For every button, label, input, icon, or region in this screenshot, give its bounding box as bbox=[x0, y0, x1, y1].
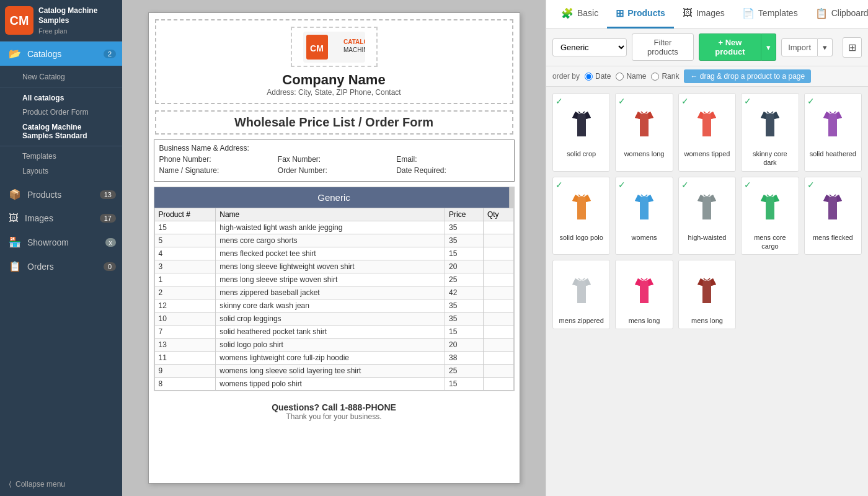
product-card[interactable]: ✓ solid crop bbox=[552, 93, 610, 172]
table-header-row: Product # Name Price Qty bbox=[154, 208, 513, 221]
row-price: 35 bbox=[445, 221, 484, 234]
orderby-date-label[interactable]: Date bbox=[595, 72, 611, 81]
product-check: ✓ bbox=[618, 180, 626, 190]
new-product-button[interactable]: + New product bbox=[699, 33, 761, 61]
orderby-rank-label[interactable]: Rank bbox=[662, 72, 679, 81]
new-product-dropdown[interactable]: ▾ bbox=[761, 33, 776, 61]
row-num: 13 bbox=[154, 339, 216, 352]
product-card[interactable]: ✓ mens flecked bbox=[804, 177, 862, 255]
sidebar-item-images[interactable]: 🖼 Images 17 bbox=[0, 206, 122, 230]
table-row: 2 mens zippered baseball jacket 42 bbox=[154, 286, 513, 299]
row-price: 20 bbox=[445, 339, 484, 352]
product-card[interactable]: ✓ womens long bbox=[615, 93, 673, 172]
app-logo-icon: CM bbox=[5, 6, 33, 35]
product-name: womens tipped bbox=[683, 149, 732, 158]
product-check: ✓ bbox=[744, 96, 751, 106]
fax-field: Fax Number: bbox=[278, 155, 390, 164]
orderby-date-radio[interactable] bbox=[585, 73, 593, 81]
catalog-view[interactable]: CM CATALOG MACHINE Company Name Address:… bbox=[122, 0, 546, 496]
row-price: 25 bbox=[445, 273, 484, 286]
row-num: 12 bbox=[154, 299, 216, 312]
product-card[interactable]: ✓ womens bbox=[615, 177, 673, 255]
catalog-table-section: Generic Product # Name Price Qty bbox=[154, 187, 515, 391]
product-card[interactable]: mens long bbox=[678, 260, 736, 329]
row-num: 10 bbox=[154, 312, 216, 326]
product-name: mens long bbox=[619, 316, 668, 325]
catalogs-sub-section: New Catalog All catalogs Product Order F… bbox=[0, 66, 122, 182]
scrollbar[interactable] bbox=[509, 187, 514, 208]
filter-select[interactable]: Generic bbox=[552, 38, 627, 56]
row-qty bbox=[483, 260, 513, 273]
orderby-row: order by Date Name Rank ← drag & drop a … bbox=[546, 66, 868, 87]
products-grid: ✓ solid crop ✓ bbox=[546, 87, 868, 496]
product-card[interactable]: mens zippered bbox=[552, 260, 610, 329]
tab-products[interactable]: ⊞ Products bbox=[607, 0, 674, 29]
product-thumbnail bbox=[808, 181, 857, 231]
sidebar-item-products[interactable]: 📦 Products 13 bbox=[0, 182, 122, 206]
showroom-icon: 🏪 bbox=[9, 236, 21, 248]
product-card[interactable]: ✓ womens tipped bbox=[678, 93, 736, 172]
images-badge: 17 bbox=[100, 214, 116, 223]
tab-clipboard[interactable]: 📋 Clipboard bbox=[807, 0, 868, 29]
row-name: solid logo polo shirt bbox=[216, 339, 445, 352]
new-catalog-link[interactable]: New Catalog bbox=[0, 69, 122, 84]
row-name: mens long sleeve stripe woven shirt bbox=[216, 273, 445, 286]
catalog-link-samples-standard[interactable]: Catalog Machine Samples Standard bbox=[0, 120, 122, 143]
company-address: Address: City, State, ZIP Phone, Contact bbox=[162, 88, 506, 97]
product-name: womens long bbox=[619, 149, 668, 158]
templates-link[interactable]: Templates bbox=[0, 149, 122, 164]
orderby-name-label[interactable]: Name bbox=[626, 72, 646, 81]
clipboard-tab-icon: 📋 bbox=[815, 7, 828, 19]
business-field: Business Name & Address: bbox=[159, 144, 509, 153]
sidebar-item-catalogs[interactable]: 📂 Catalogs 2 bbox=[0, 42, 122, 66]
orderby-rank-radio[interactable] bbox=[651, 73, 659, 81]
price-list-title: Wholesale Price List / Order Form bbox=[155, 110, 513, 135]
table-row: 10 solid crop leggings 35 bbox=[154, 312, 513, 326]
tab-basic[interactable]: 🧩 Basic bbox=[552, 0, 607, 29]
row-price: 15 bbox=[445, 378, 484, 391]
product-card[interactable]: ✓ mens core cargo bbox=[741, 177, 799, 255]
product-card[interactable]: ✓ solid heathered bbox=[804, 93, 862, 172]
collapse-menu-button[interactable]: ⟨ Collapse menu bbox=[0, 472, 122, 496]
catalogs-badge: 2 bbox=[104, 50, 116, 58]
orderby-name-radio[interactable] bbox=[616, 73, 624, 81]
table-row: 11 womens lightweight core full-zip hood… bbox=[154, 352, 513, 365]
sidebar-item-showroom[interactable]: 🏪 Showroom x bbox=[0, 230, 122, 254]
import-dropdown[interactable]: ▾ bbox=[818, 38, 833, 56]
row-num: 7 bbox=[154, 326, 216, 339]
tab-templates[interactable]: 📄 Templates bbox=[733, 0, 807, 29]
product-name: solid crop bbox=[557, 149, 606, 158]
product-name: womens bbox=[619, 233, 668, 242]
tab-images[interactable]: 🖼 Images bbox=[674, 0, 733, 29]
products-badge: 13 bbox=[100, 190, 116, 199]
import-button-group: Import ▾ bbox=[781, 38, 833, 56]
sidebar-item-orders[interactable]: 📋 Orders 0 bbox=[0, 254, 122, 278]
product-card[interactable]: mens long bbox=[615, 260, 673, 329]
product-name: mens long bbox=[683, 316, 732, 325]
product-card[interactable]: ✓ high-waisted bbox=[678, 177, 736, 255]
layouts-link[interactable]: Layouts bbox=[0, 164, 122, 179]
row-price: 42 bbox=[445, 286, 484, 299]
product-card[interactable]: ✓ skinny core dark bbox=[741, 93, 799, 172]
product-card[interactable]: ✓ solid logo polo bbox=[552, 177, 610, 255]
product-name: high-waisted bbox=[683, 233, 732, 242]
product-thumbnail bbox=[557, 264, 606, 314]
row-price: 38 bbox=[445, 352, 484, 365]
catalog-logo-area: CM CATALOG MACHINE bbox=[291, 27, 378, 67]
row-price: 35 bbox=[445, 312, 484, 326]
order-form-row-3: Name / Signature: Order Number: Date Req… bbox=[159, 166, 509, 175]
new-product-label: + New product bbox=[715, 38, 745, 56]
view-toggle-button[interactable]: ⊞ bbox=[843, 37, 862, 58]
table-row: 9 womens long sleeve solid layering tee … bbox=[154, 365, 513, 378]
filter-products-button[interactable]: Filter products bbox=[632, 33, 694, 61]
all-catalogs-heading[interactable]: All catalogs bbox=[0, 90, 122, 105]
import-button[interactable]: Import bbox=[781, 38, 818, 56]
images-label: Images bbox=[25, 213, 53, 223]
catalog-link-product-order-form[interactable]: Product Order Form bbox=[0, 105, 122, 120]
col-price: Price bbox=[445, 208, 484, 221]
footer-title: Questions? Call 1-888-PHONE bbox=[155, 402, 513, 412]
catalogs-icon: 📂 bbox=[9, 48, 21, 60]
order-num-field: Order Number: bbox=[278, 166, 390, 175]
orders-label: Orders bbox=[27, 262, 54, 272]
row-price: 20 bbox=[445, 260, 484, 273]
